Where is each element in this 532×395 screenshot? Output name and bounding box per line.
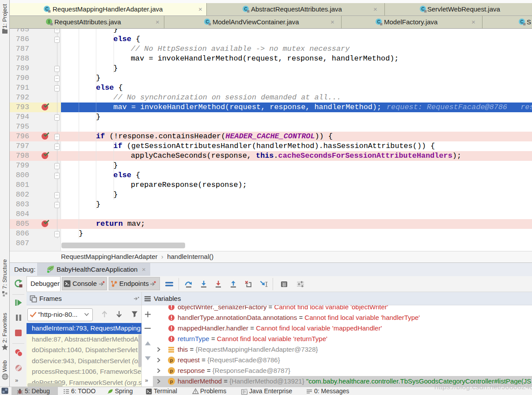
svg-text:C: C: [421, 7, 424, 11]
svg-text:C: C: [244, 7, 247, 11]
svg-text:I: I: [49, 19, 50, 24]
svg-text:C: C: [520, 19, 523, 24]
svg-text:C: C: [377, 19, 380, 24]
svg-text:C: C: [45, 7, 48, 11]
svg-text:C: C: [205, 19, 209, 24]
